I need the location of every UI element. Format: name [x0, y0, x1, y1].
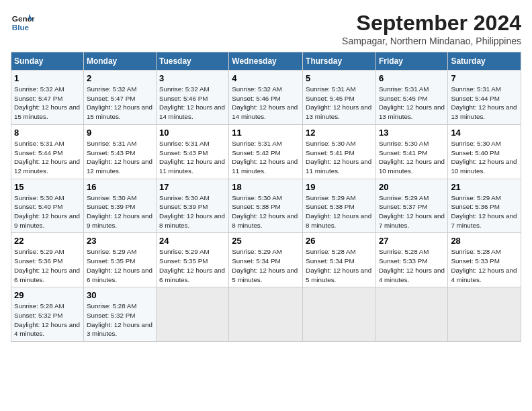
calendar-week-row: 22 Sunrise: 5:29 AM Sunset: 5:36 PM Dayl… — [11, 233, 521, 287]
calendar-day-cell: 7 Sunrise: 5:31 AM Sunset: 5:44 PM Dayli… — [448, 71, 521, 125]
weekday-header: Monday — [83, 52, 156, 71]
day-number: 18 — [232, 182, 300, 192]
day-number: 5 — [306, 73, 373, 83]
day-info: Sunrise: 5:31 AM Sunset: 5:43 PM Dayligh… — [87, 139, 153, 176]
day-number: 6 — [379, 73, 445, 83]
day-info: Sunrise: 5:31 AM Sunset: 5:43 PM Dayligh… — [159, 139, 226, 176]
calendar-day-cell — [156, 287, 228, 342]
calendar-day-cell: 30 Sunrise: 5:28 AM Sunset: 5:32 PM Dayl… — [83, 287, 156, 342]
calendar-day-cell: 26 Sunrise: 5:28 AM Sunset: 5:34 PM Dayl… — [303, 233, 376, 287]
day-info: Sunrise: 5:30 AM Sunset: 5:41 PM Dayligh… — [306, 139, 373, 176]
calendar-week-row: 15 Sunrise: 5:30 AM Sunset: 5:40 PM Dayl… — [11, 179, 521, 233]
calendar-table: SundayMondayTuesdayWednesdayThursdayFrid… — [11, 52, 521, 342]
subtitle: Sampagar, Northern Mindanao, Philippines — [342, 36, 521, 46]
day-info: Sunrise: 5:32 AM Sunset: 5:47 PM Dayligh… — [14, 85, 81, 122]
calendar-day-cell: 17 Sunrise: 5:30 AM Sunset: 5:39 PM Dayl… — [156, 179, 228, 233]
calendar-day-cell: 6 Sunrise: 5:31 AM Sunset: 5:45 PM Dayli… — [375, 71, 447, 125]
calendar-day-cell: 14 Sunrise: 5:30 AM Sunset: 5:40 PM Dayl… — [448, 124, 521, 179]
day-info: Sunrise: 5:32 AM Sunset: 5:46 PM Dayligh… — [159, 85, 226, 122]
day-number: 21 — [451, 182, 518, 192]
calendar-day-cell — [303, 287, 376, 342]
header: General Blue September 2024 Sampagar, No… — [11, 11, 521, 46]
calendar-day-cell: 23 Sunrise: 5:29 AM Sunset: 5:35 PM Dayl… — [83, 233, 156, 287]
day-number: 9 — [87, 128, 153, 138]
day-number: 19 — [306, 182, 373, 192]
day-number: 30 — [87, 290, 153, 300]
day-info: Sunrise: 5:31 AM Sunset: 5:45 PM Dayligh… — [306, 85, 373, 122]
calendar-day-cell — [229, 287, 303, 342]
day-info: Sunrise: 5:28 AM Sunset: 5:33 PM Dayligh… — [451, 247, 518, 284]
logo: General Blue — [11, 11, 35, 35]
day-number: 11 — [232, 128, 300, 138]
calendar-week-row: 1 Sunrise: 5:32 AM Sunset: 5:47 PM Dayli… — [11, 71, 521, 125]
day-number: 25 — [232, 236, 300, 246]
calendar-day-cell: 9 Sunrise: 5:31 AM Sunset: 5:43 PM Dayli… — [83, 124, 156, 179]
day-number: 16 — [87, 182, 153, 192]
calendar-day-cell: 18 Sunrise: 5:30 AM Sunset: 5:38 PM Dayl… — [229, 179, 303, 233]
day-info: Sunrise: 5:31 AM Sunset: 5:42 PM Dayligh… — [232, 139, 300, 176]
day-number: 29 — [14, 290, 81, 300]
calendar-day-cell — [375, 287, 447, 342]
weekday-header: Thursday — [303, 52, 376, 71]
month-title: September 2024 — [342, 11, 521, 36]
calendar-day-cell: 27 Sunrise: 5:28 AM Sunset: 5:33 PM Dayl… — [375, 233, 447, 287]
calendar-day-cell: 2 Sunrise: 5:32 AM Sunset: 5:47 PM Dayli… — [83, 71, 156, 125]
calendar-day-cell: 21 Sunrise: 5:29 AM Sunset: 5:36 PM Dayl… — [448, 179, 521, 233]
calendar-day-cell: 19 Sunrise: 5:29 AM Sunset: 5:38 PM Dayl… — [303, 179, 376, 233]
svg-text:Blue: Blue — [12, 23, 30, 32]
day-number: 1 — [14, 73, 81, 83]
day-info: Sunrise: 5:30 AM Sunset: 5:40 PM Dayligh… — [14, 193, 81, 230]
day-number: 22 — [14, 236, 81, 246]
calendar-day-cell: 1 Sunrise: 5:32 AM Sunset: 5:47 PM Dayli… — [11, 71, 84, 125]
calendar-day-cell: 13 Sunrise: 5:30 AM Sunset: 5:41 PM Dayl… — [375, 124, 447, 179]
title-block: September 2024 Sampagar, Northern Mindan… — [342, 11, 521, 46]
day-info: Sunrise: 5:31 AM Sunset: 5:44 PM Dayligh… — [451, 85, 518, 122]
calendar-day-cell: 29 Sunrise: 5:28 AM Sunset: 5:32 PM Dayl… — [11, 287, 84, 342]
day-number: 26 — [306, 236, 373, 246]
calendar-day-cell: 12 Sunrise: 5:30 AM Sunset: 5:41 PM Dayl… — [303, 124, 376, 179]
calendar-day-cell: 20 Sunrise: 5:29 AM Sunset: 5:37 PM Dayl… — [375, 179, 447, 233]
day-info: Sunrise: 5:28 AM Sunset: 5:32 PM Dayligh… — [87, 302, 153, 338]
day-number: 3 — [159, 73, 226, 83]
calendar-day-cell — [448, 287, 521, 342]
calendar-day-cell: 15 Sunrise: 5:30 AM Sunset: 5:40 PM Dayl… — [11, 179, 84, 233]
day-info: Sunrise: 5:29 AM Sunset: 5:36 PM Dayligh… — [14, 247, 81, 284]
day-info: Sunrise: 5:32 AM Sunset: 5:47 PM Dayligh… — [87, 85, 153, 122]
day-number: 12 — [306, 128, 373, 138]
day-info: Sunrise: 5:30 AM Sunset: 5:38 PM Dayligh… — [232, 193, 300, 230]
calendar-day-cell: 5 Sunrise: 5:31 AM Sunset: 5:45 PM Dayli… — [303, 71, 376, 125]
weekday-header: Wednesday — [229, 52, 303, 71]
calendar-day-cell: 10 Sunrise: 5:31 AM Sunset: 5:43 PM Dayl… — [156, 124, 228, 179]
calendar-day-cell: 3 Sunrise: 5:32 AM Sunset: 5:46 PM Dayli… — [156, 71, 228, 125]
weekday-header: Saturday — [448, 52, 521, 71]
day-info: Sunrise: 5:31 AM Sunset: 5:45 PM Dayligh… — [379, 85, 445, 122]
calendar-week-row: 29 Sunrise: 5:28 AM Sunset: 5:32 PM Dayl… — [11, 287, 521, 342]
day-number: 14 — [451, 128, 518, 138]
day-info: Sunrise: 5:31 AM Sunset: 5:44 PM Dayligh… — [14, 139, 81, 176]
day-info: Sunrise: 5:30 AM Sunset: 5:41 PM Dayligh… — [379, 139, 445, 176]
calendar-week-row: 8 Sunrise: 5:31 AM Sunset: 5:44 PM Dayli… — [11, 124, 521, 179]
weekday-header: Friday — [375, 52, 447, 71]
day-number: 15 — [14, 182, 81, 192]
weekday-header: Tuesday — [156, 52, 228, 71]
calendar-day-cell: 11 Sunrise: 5:31 AM Sunset: 5:42 PM Dayl… — [229, 124, 303, 179]
logo-icon: General Blue — [11, 11, 35, 35]
day-number: 17 — [159, 182, 226, 192]
day-info: Sunrise: 5:32 AM Sunset: 5:46 PM Dayligh… — [232, 85, 300, 122]
calendar-day-cell: 8 Sunrise: 5:31 AM Sunset: 5:44 PM Dayli… — [11, 124, 84, 179]
day-number: 20 — [379, 182, 445, 192]
day-number: 7 — [451, 73, 518, 83]
day-number: 10 — [159, 128, 226, 138]
day-info: Sunrise: 5:29 AM Sunset: 5:34 PM Dayligh… — [232, 247, 300, 284]
day-info: Sunrise: 5:30 AM Sunset: 5:39 PM Dayligh… — [87, 193, 153, 230]
day-info: Sunrise: 5:30 AM Sunset: 5:40 PM Dayligh… — [451, 139, 518, 176]
calendar-day-cell: 4 Sunrise: 5:32 AM Sunset: 5:46 PM Dayli… — [229, 71, 303, 125]
day-number: 27 — [379, 236, 445, 246]
day-info: Sunrise: 5:30 AM Sunset: 5:39 PM Dayligh… — [159, 193, 226, 230]
weekday-header-row: SundayMondayTuesdayWednesdayThursdayFrid… — [11, 52, 521, 71]
calendar-day-cell: 24 Sunrise: 5:29 AM Sunset: 5:35 PM Dayl… — [156, 233, 228, 287]
day-info: Sunrise: 5:28 AM Sunset: 5:32 PM Dayligh… — [14, 302, 81, 338]
day-number: 23 — [87, 236, 153, 246]
calendar-day-cell: 28 Sunrise: 5:28 AM Sunset: 5:33 PM Dayl… — [448, 233, 521, 287]
day-number: 4 — [232, 73, 300, 83]
